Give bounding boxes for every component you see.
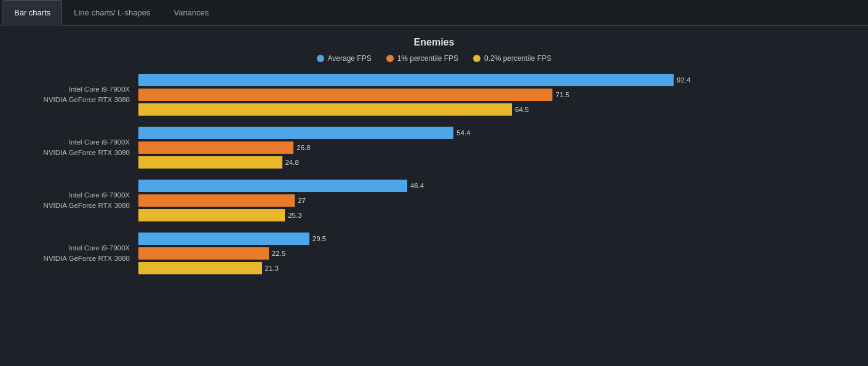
legend-label-average: Average FPS [328,54,372,63]
bar-2-1 [138,194,295,207]
chart-legend: Average FPS 1% percentile FPS 0.2% perce… [12,54,856,63]
bars-wrapper-2: 46.42725.3 [138,180,856,221]
bar-group-label-2: Intel Core i9-7900XNVIDIA GeForce RTX 30… [25,190,138,212]
bar-2-2 [138,209,285,221]
legend-label-02pct: 0.2% percentile FPS [484,54,551,63]
bar-value-1-0: 54.4 [456,129,470,137]
chart-area: Enemies Average FPS 1% percentile FPS 0.… [0,26,868,280]
bar-value-0-0: 92.4 [677,76,690,84]
legend-dot-1pct [386,55,394,62]
bar-value-3-2: 21.3 [265,265,279,272]
bar-value-1-1: 26.8 [297,144,310,151]
legend-dot-average [317,55,324,62]
bar-group-1: Intel Core i9-7900XNVIDIA GeForce RTX 30… [25,127,856,169]
bar-value-2-2: 25.3 [288,212,301,219]
bar-row-0-0: 92.4 [138,74,856,86]
bar-1-2 [138,156,282,169]
bars-wrapper-1: 54.426.824.8 [138,127,856,169]
bar-0-0 [138,74,674,86]
bar-row-0-1: 71.5 [138,89,856,101]
bar-group-0: Intel Core i9-7900XNVIDIA GeForce RTX 30… [25,74,856,116]
bars-wrapper-0: 92.471.564.5 [138,74,856,116]
bar-row-1-1: 26.8 [138,141,856,154]
bar-group-label-1: Intel Core i9-7900XNVIDIA GeForce RTX 30… [25,137,138,159]
bar-row-3-0: 29.5 [138,233,856,245]
bar-1-0 [138,127,453,139]
legend-item-average: Average FPS [317,54,372,63]
legend-item-1pct: 1% percentile FPS [386,54,458,63]
bar-value-1-2: 24.8 [285,159,299,166]
bar-group-label-3: Intel Core i9-7900XNVIDIA GeForce RTX 30… [25,243,138,265]
legend-dot-02pct [473,55,480,62]
legend-label-1pct: 1% percentile FPS [397,54,458,63]
bar-row-3-2: 21.3 [138,262,856,274]
bar-row-2-2: 25.3 [138,209,856,221]
bar-groups-container: Intel Core i9-7900XNVIDIA GeForce RTX 30… [12,74,856,274]
bar-value-2-0: 46.4 [410,182,424,189]
bar-group-2: Intel Core i9-7900XNVIDIA GeForce RTX 30… [25,180,856,221]
bar-0-2 [138,103,512,116]
bar-value-0-1: 71.5 [555,91,569,98]
bar-row-0-2: 64.5 [138,103,856,116]
tab-variances-label: Variances [174,8,209,17]
bar-value-3-0: 29.5 [313,235,326,242]
bar-group-3: Intel Core i9-7900XNVIDIA GeForce RTX 30… [25,233,856,274]
tab-bar-charts-label: Bar charts [14,8,50,17]
tab-bar: Bar charts Line charts/ L-shapes Varianc… [0,0,868,26]
bar-row-3-1: 22.5 [138,247,856,260]
bar-row-1-2: 24.8 [138,156,856,169]
chart-title: Enemies [12,37,856,48]
tab-line-charts[interactable]: Line charts/ L-shapes [62,0,162,26]
bar-value-2-1: 27 [298,197,306,204]
bar-value-0-2: 64.5 [515,106,528,113]
bar-3-1 [138,247,269,260]
bar-1-1 [138,141,293,154]
bar-3-2 [138,262,262,274]
tab-bar-charts[interactable]: Bar charts [2,0,62,26]
bar-row-1-0: 54.4 [138,127,856,139]
bar-3-0 [138,233,309,245]
bar-row-2-0: 46.4 [138,180,856,192]
legend-item-02pct: 0.2% percentile FPS [473,54,551,63]
bar-2-0 [138,180,407,192]
bar-group-label-0: Intel Core i9-7900XNVIDIA GeForce RTX 30… [25,84,138,106]
bar-value-3-1: 22.5 [272,250,285,257]
bars-wrapper-3: 29.522.521.3 [138,233,856,274]
tab-variances[interactable]: Variances [162,0,221,26]
bar-0-1 [138,89,552,101]
bar-row-2-1: 27 [138,194,856,207]
tab-line-charts-label: Line charts/ L-shapes [74,8,150,17]
